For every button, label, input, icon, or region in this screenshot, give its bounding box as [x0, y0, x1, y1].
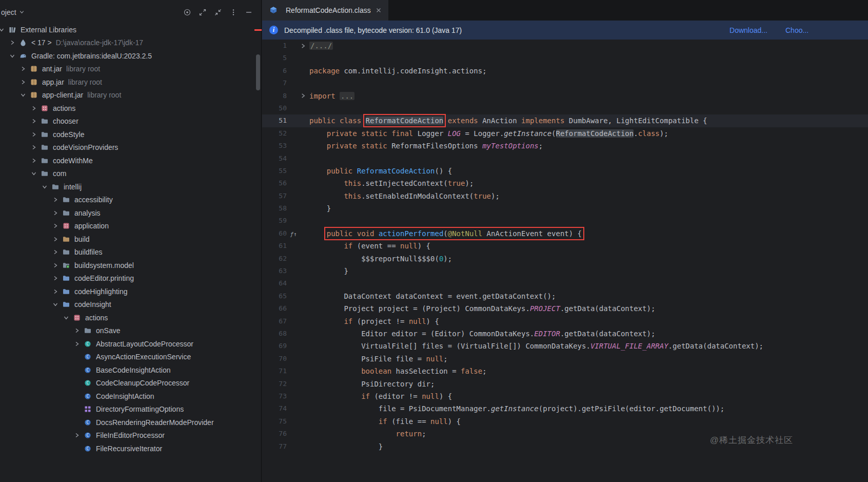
line-number[interactable]: 7 [262, 77, 287, 89]
chevron-right-icon[interactable] [28, 144, 40, 150]
tree-item-codeinsight[interactable]: codeInsight [0, 298, 261, 312]
code-line-69[interactable]: 69 VirtualFile[] files = (VirtualFile[])… [262, 340, 868, 352]
folded-region[interactable]: ... [340, 92, 354, 100]
tree-item-codeinsightaction[interactable]: CCodeInsightAction [0, 390, 261, 403]
line-number[interactable]: 5 [262, 52, 287, 64]
code-line-50[interactable]: 50 [262, 102, 868, 114]
tree-item-actions[interactable]: actions [0, 311, 261, 324]
tree-item-codehighlighting[interactable]: codeHighlighting [0, 285, 261, 298]
code-line-67[interactable]: 67 if (project != null) { [262, 315, 868, 327]
line-number[interactable]: 55 [262, 165, 287, 177]
line-number[interactable]: 63 [262, 265, 287, 277]
chevron-down-icon[interactable] [61, 315, 72, 321]
line-number[interactable]: 77 [262, 440, 287, 453]
code-line-62[interactable]: 62 $$$reportNull$$$0(0); [262, 253, 868, 265]
code-line-71[interactable]: 71 boolean hasSelection = false; [262, 365, 868, 377]
editor-tab-reformatcodeaction[interactable]: ReformatCodeAction.class [262, 0, 388, 21]
target-icon[interactable] [183, 8, 191, 16]
code-line-53[interactable]: 53 private static ReformatFilesOptions m… [262, 140, 868, 152]
tree-item-app-jar[interactable]: app.jarlibrary root [0, 75, 261, 89]
tree-item-basecodeinsightaction[interactable]: CBaseCodeInsightAction [0, 363, 261, 377]
code-line-63[interactable]: 63 } [262, 265, 868, 277]
chevron-right-icon[interactable] [50, 262, 61, 268]
line-number[interactable]: 60 [262, 227, 287, 240]
code-line-51[interactable]: 51public class ReformatCodeAction extend… [262, 114, 868, 127]
choose-sources-link[interactable]: Choo... [785, 26, 808, 34]
tree-item-abstractlayoutcodeprocessor[interactable]: CAbstractLayoutCodeProcessor [0, 337, 261, 351]
code-line-60[interactable]: 60ƒ↑ public void actionPerformed(@NotNul… [262, 227, 868, 240]
fold-arrow-icon[interactable] [300, 40, 309, 52]
collapse-icon[interactable] [214, 8, 222, 16]
close-tab-icon[interactable] [375, 7, 382, 14]
chevron-right-icon[interactable] [28, 105, 40, 111]
line-number[interactable]: 6 [262, 65, 287, 77]
line-number[interactable]: 66 [262, 302, 287, 315]
chevron-right-icon[interactable] [71, 327, 83, 334]
line-number[interactable]: 8 [262, 90, 287, 102]
tree-item-app-client-jar[interactable]: app-client.jarlibrary root [0, 89, 261, 102]
code-line-74[interactable]: 74 file = PsiDocumentManager.getInstance… [262, 402, 868, 415]
tree-item-docsrenderingreadermodeprovider[interactable]: CDocsRenderingReaderModeProvider [0, 416, 261, 429]
tree-item-asyncactionexecutionservice[interactable]: CAsyncActionExecutionService [0, 351, 261, 364]
chevron-right-icon[interactable] [71, 341, 83, 347]
code-line-65[interactable]: 65 DataContext dataContext = event.getDa… [262, 290, 868, 302]
line-number[interactable]: 59 [262, 215, 287, 227]
code-line-52[interactable]: 52 private static final Logger LOG = Log… [262, 127, 868, 140]
code-line-72[interactable]: 72 PsiDirectory dir; [262, 378, 868, 390]
code-line-6[interactable]: 6package com.intellij.codeInsight.action… [262, 65, 868, 77]
code-line-8[interactable]: 8import ... [262, 90, 868, 102]
tree-item-chooser[interactable]: chooser [0, 115, 261, 128]
chevron-right-icon[interactable] [7, 40, 18, 46]
line-number[interactable]: 56 [262, 177, 287, 189]
code-line-1[interactable]: 1/.../ [262, 40, 868, 52]
code-line-57[interactable]: 57 this.setEnabledInModalContext(true); [262, 190, 868, 202]
line-number[interactable]: 69 [262, 340, 287, 352]
chevron-right-icon[interactable] [28, 158, 40, 164]
line-number[interactable]: 72 [262, 378, 287, 390]
more-icon[interactable] [229, 8, 238, 16]
tree-item-codevisionproviders[interactable]: codeVisionProviders [0, 141, 261, 155]
tree-item-fileineditorprocessor[interactable]: CFileInEditorProcessor [0, 429, 261, 442]
line-number[interactable]: 62 [262, 253, 287, 265]
tree-item-codewithme[interactable]: codeWithMe [0, 154, 261, 167]
tree-item-gradle-com-jetbrains-idealu-2023-2-5[interactable]: Gradle: com.jetbrains:idealU:2023.2.5 [0, 49, 261, 63]
chevron-right-icon[interactable] [17, 66, 29, 72]
tree-item-buildsystem-model[interactable]: buildsystem.model [0, 259, 261, 272]
line-number[interactable]: 65 [262, 290, 287, 302]
code-line-59[interactable]: 59 [262, 215, 868, 227]
tree-item-actions[interactable]: actions [0, 102, 261, 115]
code-line-54[interactable]: 54 [262, 152, 868, 165]
line-number[interactable]: 52 [262, 127, 287, 140]
code-line-70[interactable]: 70 PsiFile file = null; [262, 353, 868, 365]
code-line-75[interactable]: 75 if (file == null) { [262, 415, 868, 428]
line-number[interactable]: 51 [262, 114, 287, 127]
chevron-right-icon[interactable] [50, 197, 61, 203]
project-view-dropdown[interactable]: oject [1, 8, 25, 16]
line-number[interactable]: 64 [262, 277, 287, 290]
tree-item-directoryformattingoptions[interactable]: DirectoryFormattingOptions [0, 403, 261, 416]
code-line-68[interactable]: 68 Editor editor = (Editor) CommonDataKe… [262, 327, 868, 340]
line-number[interactable]: 58 [262, 202, 287, 215]
line-number[interactable]: 54 [262, 152, 287, 165]
line-number[interactable]: 70 [262, 353, 287, 365]
line-number[interactable]: 76 [262, 428, 287, 440]
chevron-right-icon[interactable] [50, 223, 61, 229]
code-line-56[interactable]: 56 this.setInjectedContext(true); [262, 177, 868, 189]
tree-item-buildfiles[interactable]: buildfiles [0, 246, 261, 259]
line-number[interactable]: 73 [262, 390, 287, 402]
line-number[interactable]: 74 [262, 402, 287, 415]
tree-item-onsave[interactable]: onSave [0, 324, 261, 338]
code-line-7[interactable]: 7 [262, 77, 868, 89]
tree-item-codecleanupcodeprocessor[interactable]: CCodeCleanupCodeProcessor [0, 377, 261, 390]
hide-icon[interactable] [245, 8, 253, 16]
chevron-right-icon[interactable] [50, 288, 61, 295]
line-number[interactable]: 75 [262, 415, 287, 428]
tree-item-17[interactable]: < 17 >D:\java\oracle-jdk-17\jdk-17 [0, 36, 261, 50]
tree-item-codestyle[interactable]: codeStyle [0, 128, 261, 141]
chevron-down-icon[interactable] [0, 27, 7, 33]
code-line-58[interactable]: 58 } [262, 202, 868, 215]
tree-item-com[interactable]: com [0, 167, 261, 181]
line-number[interactable]: 71 [262, 365, 287, 377]
chevron-right-icon[interactable] [50, 275, 61, 281]
tree-item-application[interactable]: application [0, 220, 261, 233]
